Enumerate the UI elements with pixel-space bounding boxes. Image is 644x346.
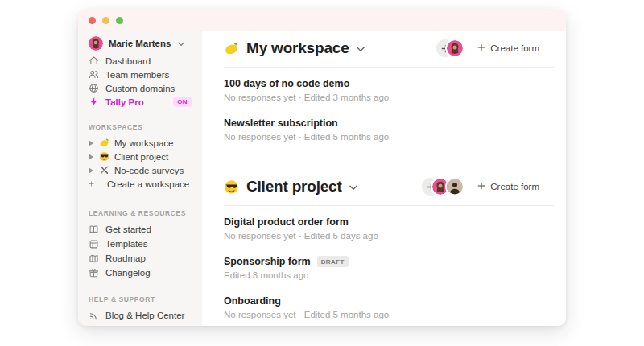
lemon-emoji xyxy=(224,41,239,56)
workspace-title[interactable]: My workspace xyxy=(246,39,349,57)
create-form-button[interactable]: Create form xyxy=(477,182,539,192)
create-form-button[interactable]: Create form xyxy=(477,43,539,53)
sidebar-item-changelog[interactable]: Changelog xyxy=(89,266,192,280)
workspace-section-my-workspace: My workspace Create form 100 days o xyxy=(224,36,554,149)
form-meta: No responses yet · Edited 5 months ago xyxy=(224,132,554,142)
form-meta: No responses yet · Edited 5 months ago xyxy=(224,310,554,319)
chevron-down-icon[interactable] xyxy=(357,41,365,56)
sidebar-item-team-members[interactable]: Team members xyxy=(89,68,192,81)
tools-emoji xyxy=(99,165,109,175)
chevron-down-icon[interactable] xyxy=(349,179,357,194)
form-title: Newsletter subscription xyxy=(224,117,338,129)
sidebar-item-label: Blog & Help Center xyxy=(105,311,184,320)
window-titlebar xyxy=(78,10,566,31)
sidebar-workspace-label: My workspace xyxy=(114,138,174,148)
form-row-digital-product-order[interactable]: Digital product order form No responses … xyxy=(224,208,554,248)
sidebar-workspace-label: Client project xyxy=(114,152,168,162)
member-avatar-group xyxy=(450,39,464,58)
close-window-button[interactable] xyxy=(89,17,96,24)
map-icon xyxy=(89,253,99,264)
help-section-label: HELP & SUPPORT xyxy=(89,296,192,303)
form-row-onboarding[interactable]: Onboarding No responses yet · Edited 5 m… xyxy=(224,287,554,326)
create-form-label: Create form xyxy=(490,43,539,53)
learning-section-label: LEARNING & RESOURCES xyxy=(89,210,192,216)
form-title: Sponsorship form xyxy=(224,256,311,267)
member-avatar-marie[interactable] xyxy=(445,39,464,58)
globe-icon xyxy=(89,83,99,93)
book-icon xyxy=(89,224,99,235)
draft-badge: DRAFT xyxy=(317,256,349,267)
lemon-emoji xyxy=(99,138,109,148)
create-workspace-label: Create a workspace xyxy=(107,179,189,189)
workspaces-section-label: WORKSPACES xyxy=(89,124,192,130)
minimize-window-button[interactable] xyxy=(102,17,109,24)
member-avatar-group xyxy=(436,177,464,196)
form-title: Onboarding xyxy=(224,295,281,307)
sidebar-item-templates[interactable]: Templates xyxy=(89,237,192,251)
plus-icon xyxy=(477,182,485,192)
sidebar-item-blog-help-center[interactable]: Blog & Help Center xyxy=(89,308,192,323)
sidebar-item-label: Custom domains xyxy=(105,84,175,93)
sidebar-item-label: Changelog xyxy=(105,268,151,278)
sidebar-item-label: Get started xyxy=(105,224,151,234)
account-menu[interactable]: Marie Martens xyxy=(89,35,192,52)
sidebar-item-dashboard[interactable]: Dashboard xyxy=(89,54,192,68)
lightning-icon xyxy=(89,97,99,107)
people-icon xyxy=(89,69,99,80)
workspace-section-client-project: Client project Create form xyxy=(224,175,554,326)
sidebar-workspace-label: No-code surveys xyxy=(114,166,184,175)
sidebar-workspace-no-code-surveys[interactable]: No-code surveys xyxy=(89,163,192,177)
sunglasses-emoji xyxy=(224,179,239,195)
gift-icon xyxy=(89,268,99,278)
plus-icon xyxy=(477,43,485,53)
caret-right-icon[interactable] xyxy=(89,140,94,146)
pro-on-badge: ON xyxy=(173,97,192,107)
template-icon xyxy=(89,239,99,249)
chevron-down-icon xyxy=(178,39,184,48)
account-name: Marie Martens xyxy=(109,39,171,48)
plus-icon xyxy=(89,180,94,187)
form-meta: Edited 3 months ago xyxy=(224,270,554,280)
rss-icon xyxy=(89,311,99,321)
zoom-window-button[interactable] xyxy=(116,17,123,24)
form-title: Digital product order form xyxy=(224,216,349,228)
sidebar-item-custom-domains[interactable]: Custom domains xyxy=(89,81,192,95)
sidebar-item-label: Roadmap xyxy=(105,253,146,263)
form-meta: No responses yet · Edited 5 days ago xyxy=(224,231,554,241)
form-meta: No responses yet · Edited 3 months ago xyxy=(224,93,554,102)
home-icon xyxy=(89,56,99,66)
sidebar-workspace-my-workspace[interactable]: My workspace xyxy=(89,136,192,150)
form-title: 100 days of no code demo xyxy=(224,78,349,89)
sidebar-item-label: Team members xyxy=(105,70,169,80)
app-window: Marie Martens Dashboard Team members Cus… xyxy=(78,10,566,326)
sunglasses-emoji xyxy=(99,151,109,162)
caret-right-icon[interactable] xyxy=(89,167,94,174)
sidebar-item-tally-pro[interactable]: Tally Pro ON xyxy=(89,95,192,109)
member-avatar-2[interactable] xyxy=(445,177,464,196)
sidebar-item-label: Dashboard xyxy=(105,56,151,66)
sidebar: Marie Martens Dashboard Team members Cus… xyxy=(78,31,202,326)
sidebar-item-label: Tally Pro xyxy=(105,97,144,107)
sidebar-item-label: Templates xyxy=(105,239,147,249)
sidebar-item-get-started[interactable]: Get started xyxy=(89,222,192,237)
form-row-sponsorship[interactable]: Sponsorship form DRAFT Edited 3 months a… xyxy=(224,248,554,287)
caret-right-icon[interactable] xyxy=(89,154,94,160)
form-row-newsletter[interactable]: Newsletter subscription No responses yet… xyxy=(224,109,554,149)
create-workspace-button[interactable]: Create a workspace xyxy=(89,177,192,191)
main-content: My workspace Create form 100 days o xyxy=(202,31,566,326)
create-form-label: Create form xyxy=(490,182,539,192)
workspace-title[interactable]: Client project xyxy=(246,178,342,196)
sidebar-item-roadmap[interactable]: Roadmap xyxy=(89,251,192,266)
form-row-100-days[interactable]: 100 days of no code demo No responses ye… xyxy=(224,70,554,109)
sidebar-workspace-client-project[interactable]: Client project xyxy=(89,150,192,163)
user-avatar xyxy=(89,36,103,51)
